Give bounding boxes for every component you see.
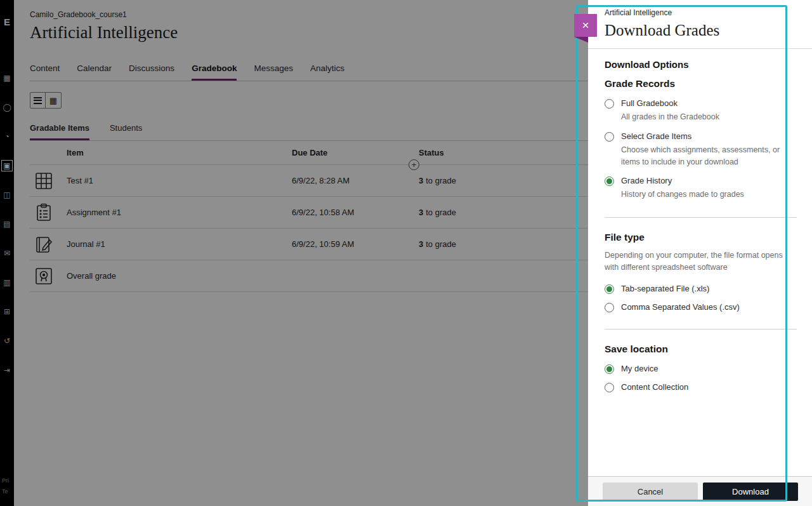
save-location-heading: Save location bbox=[605, 343, 797, 355]
section-divider bbox=[605, 217, 797, 218]
panel-footer: Cancel Download bbox=[588, 476, 812, 506]
radio-content-collection[interactable]: Content Collection bbox=[605, 382, 797, 392]
file-type-description: Depending on your computer, the file for… bbox=[605, 250, 796, 274]
radio-my-device[interactable]: My device bbox=[605, 364, 797, 374]
radio-label: Grade History bbox=[621, 176, 744, 185]
radio-select-grade-items[interactable]: Select Grade Items Choose which assignme… bbox=[605, 131, 797, 168]
radio-label: My device bbox=[621, 364, 658, 373]
radio-description: All grades in the Gradebook bbox=[621, 111, 719, 123]
grade-records-heading: Grade Records bbox=[605, 78, 797, 90]
radio-label: Tab-separated File (.xls) bbox=[621, 284, 709, 293]
download-options-heading: Download Options bbox=[605, 59, 797, 70]
radio-grade-history[interactable]: Grade History History of changes made to… bbox=[605, 176, 797, 201]
close-icon: × bbox=[582, 18, 589, 32]
section-divider bbox=[605, 329, 797, 330]
panel-body: Download Options Grade Records Full Grad… bbox=[588, 49, 812, 392]
download-grades-panel: Artificial Intelligence Download Grades … bbox=[588, 0, 812, 506]
radio-icon[interactable] bbox=[605, 383, 614, 392]
radio-icon[interactable] bbox=[605, 364, 614, 374]
file-type-heading: File type bbox=[605, 232, 797, 243]
radio-icon[interactable] bbox=[605, 176, 614, 186]
radio-icon[interactable] bbox=[605, 99, 614, 109]
radio-label: Content Collection bbox=[621, 382, 688, 392]
panel-course-context: Artificial Intelligence bbox=[605, 8, 797, 17]
panel-title: Download Grades bbox=[605, 22, 797, 39]
radio-full-gradebook[interactable]: Full Gradebook All grades in the Gradebo… bbox=[605, 98, 797, 123]
download-button[interactable]: Download bbox=[703, 483, 798, 501]
radio-icon[interactable] bbox=[605, 132, 614, 142]
panel-header: Artificial Intelligence Download Grades bbox=[588, 0, 812, 49]
close-panel-button[interactable]: × bbox=[574, 14, 597, 37]
radio-icon[interactable] bbox=[605, 284, 614, 294]
radio-description: Choose which assignments, assessments, o… bbox=[621, 144, 797, 168]
radio-label: Select Grade Items bbox=[621, 131, 797, 141]
radio-tab-separated[interactable]: Tab-separated File (.xls) bbox=[605, 284, 797, 294]
radio-label: Comma Separated Values (.csv) bbox=[621, 302, 740, 312]
radio-description: History of changes made to grades bbox=[621, 189, 744, 201]
radio-icon[interactable] bbox=[605, 303, 614, 312]
radio-comma-separated[interactable]: Comma Separated Values (.csv) bbox=[605, 302, 797, 312]
app-window: E ▦ ◯ ◔ ▣ ◫ ▤ ✉ ▥ ⊞ ↺ ⇥ Pri Te Camilo_Gr… bbox=[0, 0, 812, 506]
radio-label: Full Gradebook bbox=[621, 98, 719, 108]
cancel-button[interactable]: Cancel bbox=[603, 483, 698, 501]
